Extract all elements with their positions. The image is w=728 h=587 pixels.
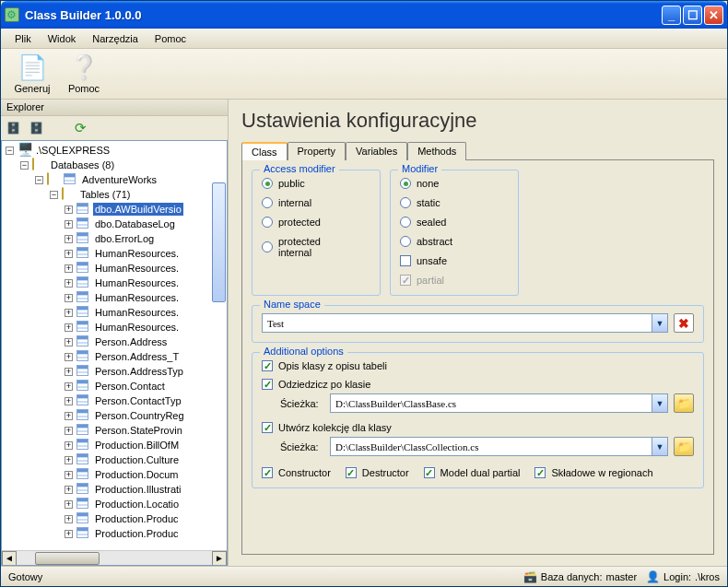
collection-browse-button[interactable]: 📁: [674, 437, 694, 456]
tree-row[interactable]: +Person.ContactTyp: [2, 393, 227, 408]
server-remove-icon[interactable]: 🗄️: [29, 122, 43, 135]
modifier-unsafe[interactable]: unsafe: [400, 255, 509, 266]
tree-row[interactable]: +Production.Docum: [2, 467, 227, 482]
tree-row[interactable]: +Production.Locatio: [2, 497, 227, 511]
opt-constructor[interactable]: Constructor: [262, 467, 331, 478]
tab-property[interactable]: Property: [288, 142, 346, 160]
expand-icon[interactable]: +: [65, 456, 73, 464]
collection-path-combo[interactable]: ▼: [330, 437, 668, 456]
expand-icon[interactable]: +: [65, 235, 73, 243]
tree-row[interactable]: +HumanResources.: [2, 290, 227, 305]
expand-icon[interactable]: +: [65, 279, 73, 288]
expand-icon[interactable]: +: [65, 486, 73, 494]
inherit-browse-button[interactable]: 📁: [674, 393, 694, 413]
tree-row[interactable]: +Person.AddressTyp: [2, 364, 227, 379]
tree-row[interactable]: +Person.Address_T: [2, 349, 227, 364]
access-option-internal[interactable]: internal: [262, 197, 370, 208]
tree-row[interactable]: −AdventureWorks: [2, 172, 227, 187]
expand-icon[interactable]: +: [65, 515, 73, 523]
scroll-right-button[interactable]: ►: [212, 551, 227, 566]
inherit-path-dropdown[interactable]: ▼: [652, 393, 668, 413]
generate-button[interactable]: 📄 Generuj: [6, 51, 58, 99]
tab-class[interactable]: Class: [241, 142, 288, 160]
access-option-protected-internal[interactable]: protectedinternal: [262, 236, 370, 258]
expand-icon[interactable]: +: [65, 294, 73, 302]
expand-icon[interactable]: +: [65, 309, 73, 317]
modifier-option-none[interactable]: none: [400, 178, 509, 189]
access-option-public[interactable]: public: [262, 178, 370, 189]
modifier-option-static[interactable]: static: [400, 197, 509, 208]
menu-view[interactable]: Widok: [40, 31, 85, 46]
expand-icon[interactable]: +: [65, 205, 73, 214]
close-button[interactable]: ✕: [704, 6, 723, 25]
collection-path-input[interactable]: [330, 437, 652, 456]
expand-icon[interactable]: +: [65, 368, 73, 376]
expand-icon[interactable]: +: [65, 471, 73, 479]
modifier-option-sealed[interactable]: sealed: [400, 217, 509, 228]
tree-row[interactable]: −Tables (71): [2, 187, 227, 202]
modifier-option-abstract[interactable]: abstract: [400, 236, 509, 247]
scroll-thumb-h[interactable]: [35, 552, 100, 565]
tree-row[interactable]: +dbo.ErrorLog: [2, 231, 227, 246]
refresh-icon[interactable]: ⟳: [75, 120, 87, 136]
inherit-path-combo[interactable]: ▼: [330, 393, 668, 413]
tree-row[interactable]: +Production.Illustrati: [2, 482, 227, 497]
expand-icon[interactable]: −: [20, 161, 29, 170]
tree-row[interactable]: +Person.Address: [2, 335, 227, 349]
tree-row[interactable]: −Databases (8): [2, 158, 227, 172]
tree[interactable]: −🖥️.\SQLEXPRESS−Databases (8)−AdventureW…: [2, 141, 227, 550]
expand-icon[interactable]: −: [35, 176, 43, 184]
namespace-combo[interactable]: ▼: [262, 313, 668, 333]
expand-icon[interactable]: +: [65, 441, 73, 450]
tree-row[interactable]: +Production.BillOfM: [2, 438, 227, 452]
expand-icon[interactable]: +: [65, 427, 73, 435]
tree-scrollbar-h[interactable]: ◄ ►: [2, 550, 227, 565]
expand-icon[interactable]: +: [65, 250, 73, 258]
inherit-path-input[interactable]: [330, 393, 652, 413]
expand-icon[interactable]: +: [65, 220, 73, 229]
expand-icon[interactable]: +: [65, 338, 73, 346]
access-option-protected[interactable]: protected: [262, 217, 370, 228]
opt-regions[interactable]: Składowe w regionach: [534, 467, 652, 478]
expand-icon[interactable]: +: [65, 323, 73, 332]
expand-icon[interactable]: +: [65, 500, 73, 509]
collection-path-dropdown[interactable]: ▼: [652, 437, 668, 456]
tree-row[interactable]: +HumanResources.: [2, 261, 227, 276]
namespace-delete-button[interactable]: ✖: [674, 313, 694, 333]
opt-destructor[interactable]: Destructor: [346, 467, 409, 478]
tree-row[interactable]: +HumanResources.: [2, 305, 227, 320]
tree-row[interactable]: −🖥️.\SQLEXPRESS: [2, 143, 227, 158]
tree-scrollbar-v[interactable]: [212, 182, 226, 302]
tree-row[interactable]: +HumanResources.: [2, 320, 227, 335]
expand-icon[interactable]: +: [65, 353, 73, 361]
opt-model[interactable]: Model dual partial: [424, 467, 521, 478]
tree-row[interactable]: +dbo.AWBuildVersio: [2, 202, 227, 217]
tree-row[interactable]: +Production.Produc: [2, 511, 227, 526]
tree-row[interactable]: +dbo.DatabaseLog: [2, 217, 227, 231]
expand-icon[interactable]: −: [6, 147, 14, 155]
namespace-dropdown-button[interactable]: ▼: [652, 313, 668, 333]
expand-icon[interactable]: +: [65, 397, 73, 405]
menu-tools[interactable]: Narzędzia: [84, 31, 147, 46]
server-add-icon[interactable]: 🗄️: [6, 122, 20, 135]
tree-row[interactable]: +HumanResources.: [2, 246, 227, 261]
opt-class-description[interactable]: Opis klasy z opisu tabeli: [262, 360, 694, 371]
tab-variables[interactable]: Variables: [346, 142, 407, 160]
tree-row[interactable]: +Person.CountryReg: [2, 408, 227, 423]
scroll-left-button[interactable]: ◄: [2, 551, 17, 566]
expand-icon[interactable]: +: [65, 530, 73, 538]
maximize-button[interactable]: ☐: [683, 6, 702, 25]
tree-row[interactable]: +Production.Produc: [2, 526, 227, 541]
tree-row[interactable]: +Production.Culture: [2, 452, 227, 467]
expand-icon[interactable]: +: [65, 412, 73, 420]
namespace-input[interactable]: [262, 313, 652, 333]
expand-icon[interactable]: +: [65, 382, 73, 391]
tree-row[interactable]: +Person.StateProvin: [2, 423, 227, 438]
titlebar[interactable]: Class Builder 1.0.0.0 _ ☐ ✕: [1, 1, 727, 29]
help-button[interactable]: ❔ Pomoc: [58, 51, 110, 99]
menu-help[interactable]: Pomoc: [147, 31, 194, 46]
tree-row[interactable]: +HumanResources.: [2, 276, 227, 290]
tab-methods[interactable]: Methods: [407, 142, 466, 160]
tree-row[interactable]: +Person.Contact: [2, 379, 227, 393]
menu-file[interactable]: Plik: [6, 31, 40, 46]
